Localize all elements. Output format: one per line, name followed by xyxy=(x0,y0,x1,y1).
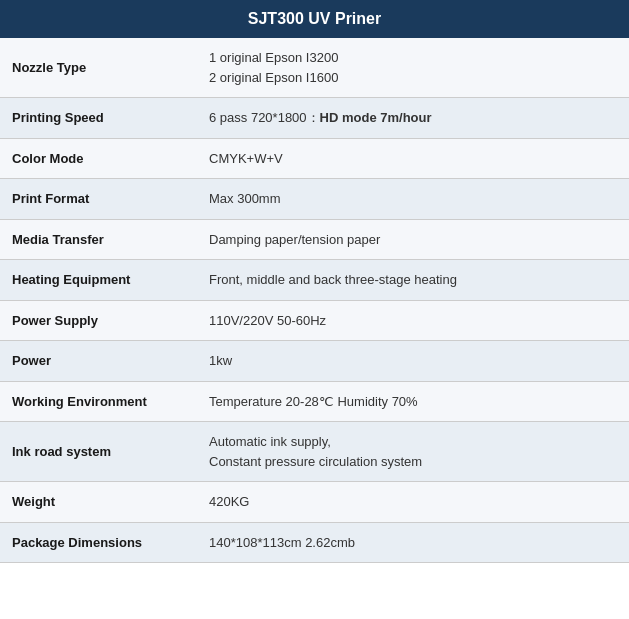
row-value: Temperature 20-28℃ Humidity 70% xyxy=(197,381,629,422)
row-value: 1 original Epson I32002 original Epson I… xyxy=(197,38,629,98)
table-row: Ink road systemAutomatic ink supply,Cons… xyxy=(0,422,629,482)
table-row: Power1kw xyxy=(0,341,629,382)
table-title: SJT300 UV Priner xyxy=(0,0,629,38)
table-row: Media TransferDamping paper/tension pape… xyxy=(0,219,629,260)
row-value: 110V/220V 50-60Hz xyxy=(197,300,629,341)
row-value: 1kw xyxy=(197,341,629,382)
row-value: 6 pass 720*1800：HD mode 7m/hour xyxy=(197,98,629,139)
row-label: Ink road system xyxy=(0,422,197,482)
row-label: Media Transfer xyxy=(0,219,197,260)
row-value: Front, middle and back three-stage heati… xyxy=(197,260,629,301)
row-value: Damping paper/tension paper xyxy=(197,219,629,260)
row-value: CMYK+W+V xyxy=(197,138,629,179)
table-row: Power Supply110V/220V 50-60Hz xyxy=(0,300,629,341)
table-row: Print FormatMax 300mm xyxy=(0,179,629,220)
row-label: Print Format xyxy=(0,179,197,220)
row-label: Power Supply xyxy=(0,300,197,341)
row-value: Max 300mm xyxy=(197,179,629,220)
table-row: Weight420KG xyxy=(0,482,629,523)
table-row: Working EnvironmentTemperature 20-28℃ Hu… xyxy=(0,381,629,422)
row-label: Color Mode xyxy=(0,138,197,179)
row-value: 140*108*113cm 2.62cmb xyxy=(197,522,629,563)
row-value: 420KG xyxy=(197,482,629,523)
table-row: Color ModeCMYK+W+V xyxy=(0,138,629,179)
table-row: Nozzle Type1 original Epson I32002 origi… xyxy=(0,38,629,98)
row-label: Package Dimensions xyxy=(0,522,197,563)
table-row: Package Dimensions140*108*113cm 2.62cmb xyxy=(0,522,629,563)
row-label: Heating Equipment xyxy=(0,260,197,301)
row-value: Automatic ink supply,Constant pressure c… xyxy=(197,422,629,482)
specs-table: Nozzle Type1 original Epson I32002 origi… xyxy=(0,38,629,563)
row-label: Power xyxy=(0,341,197,382)
table-row: Heating EquipmentFront, middle and back … xyxy=(0,260,629,301)
row-label: Printing Speed xyxy=(0,98,197,139)
row-label: Weight xyxy=(0,482,197,523)
row-label: Nozzle Type xyxy=(0,38,197,98)
table-row: Printing Speed6 pass 720*1800：HD mode 7m… xyxy=(0,98,629,139)
row-label: Working Environment xyxy=(0,381,197,422)
